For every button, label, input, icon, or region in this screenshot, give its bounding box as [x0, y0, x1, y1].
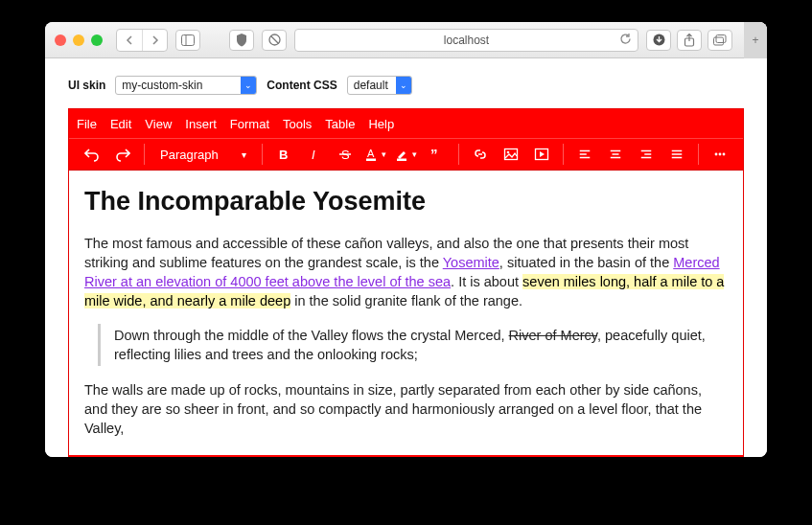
- window-minimize-button[interactable]: [73, 34, 84, 46]
- chevron-updown-icon: ⌄: [396, 77, 411, 94]
- strikethrough-text: River of Mercy: [509, 328, 597, 343]
- browser-window: localhost + UI skin my-custom-skin ⌄: [45, 22, 767, 457]
- svg-rect-0: [182, 34, 195, 45]
- text-color-button[interactable]: A▾: [362, 142, 389, 167]
- highlight-color-button[interactable]: ▾: [393, 142, 420, 167]
- link-yosemite[interactable]: Yosemite: [443, 255, 499, 270]
- block-format-value: Paragraph: [160, 148, 219, 162]
- svg-point-31: [714, 153, 717, 156]
- image-button[interactable]: [498, 142, 524, 167]
- nav-back-forward: [116, 29, 168, 52]
- window-zoom-button[interactable]: [91, 34, 103, 46]
- svg-rect-14: [397, 159, 406, 162]
- menu-table[interactable]: Table: [325, 117, 355, 131]
- paragraph-1: The most famous and accessible of these …: [84, 234, 728, 310]
- chevron-updown-icon: ⌄: [241, 77, 256, 94]
- svg-point-17: [506, 151, 509, 154]
- italic-button[interactable]: I: [301, 142, 328, 167]
- editor-statusbar: 267 WORDS POWERED BY TINY: [69, 455, 743, 457]
- share-button[interactable]: [677, 30, 702, 51]
- chevron-down-icon: ▾: [412, 149, 417, 159]
- svg-text:A: A: [367, 148, 375, 159]
- tabs-button[interactable]: [708, 30, 732, 51]
- menu-tools[interactable]: Tools: [283, 117, 312, 131]
- blockquote: Down through the middle of the Valley fl…: [98, 324, 728, 366]
- back-button[interactable]: [117, 30, 142, 51]
- menu-insert[interactable]: Insert: [185, 117, 217, 131]
- menu-help[interactable]: Help: [368, 117, 394, 131]
- forward-button[interactable]: [142, 30, 167, 51]
- strikethrough-button[interactable]: S: [332, 142, 359, 167]
- downloads-button[interactable]: [646, 30, 671, 51]
- paragraph-2: The walls are made up of rocks, mountain…: [84, 380, 728, 438]
- menu-edit[interactable]: Edit: [110, 117, 131, 131]
- svg-point-33: [722, 153, 725, 156]
- titlebar-right-buttons: [646, 30, 732, 51]
- block-format-select[interactable]: Paragraph ▾: [152, 142, 254, 167]
- svg-rect-7: [716, 34, 726, 42]
- reload-icon[interactable]: [619, 33, 632, 48]
- svg-point-32: [718, 153, 721, 156]
- media-button[interactable]: [528, 142, 555, 167]
- svg-rect-13: [366, 159, 376, 162]
- bold-button[interactable]: B: [270, 142, 297, 167]
- ui-skin-select[interactable]: my-custom-skin ⌄: [115, 76, 257, 95]
- redo-button[interactable]: [109, 142, 136, 167]
- editor-menubar: File Edit View Insert Format Tools Table…: [69, 109, 743, 138]
- document-title: The Incomparable Yosemite: [84, 184, 728, 219]
- editor-toolbar: Paragraph ▾ B I S A▾ ▾ ”: [69, 138, 743, 171]
- content-css-select[interactable]: default ⌄: [347, 76, 412, 95]
- sidebar-toggle-button[interactable]: [175, 30, 200, 51]
- more-toolbar-button[interactable]: [707, 142, 733, 167]
- menu-format[interactable]: Format: [230, 117, 269, 131]
- blockquote-button[interactable]: ”: [424, 142, 451, 167]
- chevron-down-icon: ▾: [242, 149, 246, 160]
- undo-button[interactable]: [79, 142, 105, 167]
- svg-text:I: I: [312, 148, 315, 162]
- svg-text:B: B: [279, 148, 288, 162]
- ui-skin-label: UI skin: [68, 79, 105, 92]
- svg-text:”: ”: [430, 147, 438, 162]
- align-center-button[interactable]: [602, 142, 629, 167]
- content-css-label: Content CSS: [267, 79, 336, 92]
- content-css-value: default: [354, 79, 388, 92]
- link-button[interactable]: [467, 142, 494, 167]
- svg-line-3: [270, 36, 278, 44]
- new-tab-button[interactable]: +: [744, 22, 767, 58]
- editor-content[interactable]: The Incomparable Yosemite The most famou…: [69, 171, 743, 455]
- demo-controls: UI skin my-custom-skin ⌄ Content CSS def…: [68, 76, 744, 95]
- address-bar[interactable]: localhost: [294, 29, 638, 52]
- window-controls: [55, 34, 103, 46]
- align-left-button[interactable]: [571, 142, 598, 167]
- privacy-report-button[interactable]: [229, 30, 254, 51]
- address-bar-text: localhost: [444, 34, 489, 47]
- chevron-down-icon: ▾: [382, 149, 386, 159]
- svg-rect-6: [714, 37, 724, 45]
- ui-skin-value: my-custom-skin: [122, 79, 202, 92]
- page-body: UI skin my-custom-skin ⌄ Content CSS def…: [45, 58, 767, 457]
- menu-view[interactable]: View: [145, 117, 172, 131]
- window-close-button[interactable]: [55, 34, 66, 46]
- align-justify-button[interactable]: [663, 142, 690, 167]
- menu-file[interactable]: File: [77, 117, 97, 131]
- adblock-button[interactable]: [262, 30, 287, 51]
- tinymce-editor: File Edit View Insert Format Tools Table…: [68, 108, 744, 457]
- align-right-button[interactable]: [633, 142, 660, 167]
- browser-titlebar: localhost +: [45, 22, 767, 58]
